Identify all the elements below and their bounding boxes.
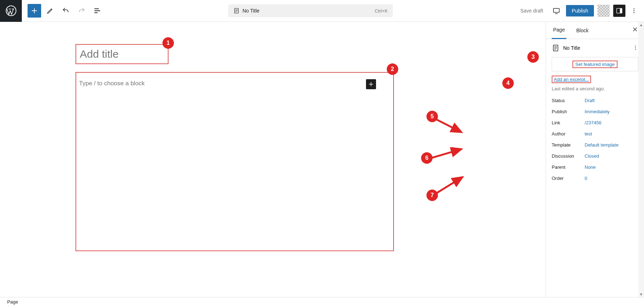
page-icon — [233, 8, 240, 14]
undo-button[interactable] — [59, 4, 73, 18]
breadcrumb[interactable]: Page — [7, 299, 18, 305]
page-icon — [552, 44, 560, 52]
vertical-scrollbar[interactable]: ▲ ▼ — [638, 22, 644, 297]
close-sidebar-button[interactable] — [632, 26, 638, 34]
list-view-icon — [93, 7, 101, 15]
pencil-icon — [46, 7, 54, 15]
page-summary-panel: No Title Set featured image Add an excer… — [546, 39, 644, 183]
doc-title: No Title — [563, 45, 580, 51]
shortcut-hint: Ctrl+K — [375, 8, 387, 14]
plus-icon — [368, 81, 374, 87]
annotation-badge-5: 5 — [426, 111, 438, 122]
annotation-badge-3: 3 — [527, 51, 539, 63]
tools-button[interactable] — [43, 4, 57, 18]
publish-button[interactable]: Publish — [566, 5, 594, 16]
svg-point-6 — [634, 10, 635, 11]
document-title-text: No Title — [243, 8, 259, 14]
scroll-down-icon[interactable]: ▼ — [638, 291, 644, 297]
annotation-arrow-6 — [429, 147, 465, 162]
parent-value[interactable]: None — [585, 164, 596, 170]
status-value[interactable]: Draft — [585, 98, 595, 103]
featured-image-label: Set featured image — [572, 61, 618, 68]
meta-row-parent: ParentNone — [552, 164, 638, 170]
meta-row-order: Order0 — [552, 176, 638, 181]
content-area[interactable]: Type / to choose a block — [75, 72, 394, 251]
svg-point-7 — [634, 12, 635, 13]
panel-options-button[interactable] — [633, 45, 638, 52]
topbar-right: Save draft Publish — [517, 5, 644, 17]
editor-footer: Page — [0, 297, 644, 306]
template-value[interactable]: Default template — [585, 142, 619, 148]
svg-rect-4 — [620, 8, 622, 13]
tab-block[interactable]: Block — [575, 22, 590, 39]
tab-page[interactable]: Page — [552, 22, 566, 39]
desktop-icon — [552, 7, 560, 15]
annotation-badge-7: 7 — [426, 190, 438, 201]
meta-row-discussion: DiscussionClosed — [552, 153, 638, 159]
publish-value[interactable]: Immediately — [585, 109, 610, 114]
svg-point-9 — [635, 46, 636, 46]
document-title-pill[interactable]: No Title Ctrl+K — [228, 4, 393, 17]
document-overview-button[interactable] — [91, 4, 104, 18]
save-draft-button[interactable]: Save draft — [517, 6, 547, 16]
annotation-badge-4: 4 — [502, 77, 514, 89]
close-icon — [632, 26, 638, 33]
svg-point-10 — [635, 47, 636, 48]
topbar-center: No Title Ctrl+K — [104, 4, 517, 17]
undo-icon — [62, 7, 70, 15]
add-excerpt-link[interactable]: Add an excerpt... — [554, 77, 589, 82]
annotation-arrow-7 — [435, 175, 465, 197]
meta-row-link: Link/237456 — [552, 120, 638, 125]
editor-canvas: Add title Type / to choose a block 1 2 3… — [0, 22, 546, 297]
discussion-value[interactable]: Closed — [585, 153, 599, 159]
sidebar-tabs: Page Block — [546, 22, 644, 39]
meta-row-author: Authortest — [552, 131, 638, 137]
editor-topbar: No Title Ctrl+K Save draft Publish — [0, 0, 644, 22]
svg-rect-2 — [553, 9, 560, 13]
content-placeholder: Type / to choose a block — [79, 80, 145, 87]
add-block-button[interactable] — [28, 4, 41, 18]
settings-sidebar: Page Block No Title Set featured image A… — [546, 22, 644, 297]
more-options-button[interactable] — [629, 5, 639, 17]
jetpack-button[interactable] — [597, 5, 610, 17]
kebab-icon — [633, 45, 638, 51]
page-meta-list: StatusDraft PublishImmediately Link/2374… — [552, 98, 638, 181]
meta-row-publish: PublishImmediately — [552, 109, 638, 114]
settings-toggle-button[interactable] — [613, 5, 625, 17]
order-value[interactable]: 0 — [585, 176, 587, 181]
kebab-icon — [631, 8, 637, 14]
add-block-inline-button[interactable] — [366, 79, 376, 89]
last-edited-text: Last edited a second ago. — [552, 86, 638, 91]
meta-row-status: StatusDraft — [552, 98, 638, 103]
redo-icon — [78, 7, 86, 15]
plus-icon — [30, 7, 38, 15]
svg-point-5 — [634, 8, 635, 9]
title-input[interactable]: Add title — [75, 44, 169, 64]
sidebar-icon — [616, 7, 623, 14]
wordpress-logo[interactable] — [0, 0, 22, 22]
title-placeholder: Add title — [80, 48, 118, 60]
author-value[interactable]: test — [585, 131, 592, 137]
meta-row-template: TemplateDefault template — [552, 142, 638, 148]
preview-button[interactable] — [550, 5, 562, 17]
annotation-arrow-5 — [433, 115, 465, 137]
featured-image-button[interactable]: Set featured image — [552, 57, 638, 71]
link-value[interactable]: /237456 — [585, 120, 601, 125]
redo-button[interactable] — [75, 4, 88, 18]
wordpress-icon — [6, 5, 16, 16]
scroll-up-icon[interactable]: ▲ — [638, 22, 644, 28]
annotation-badge-6: 6 — [421, 152, 433, 164]
svg-point-11 — [635, 49, 636, 49]
